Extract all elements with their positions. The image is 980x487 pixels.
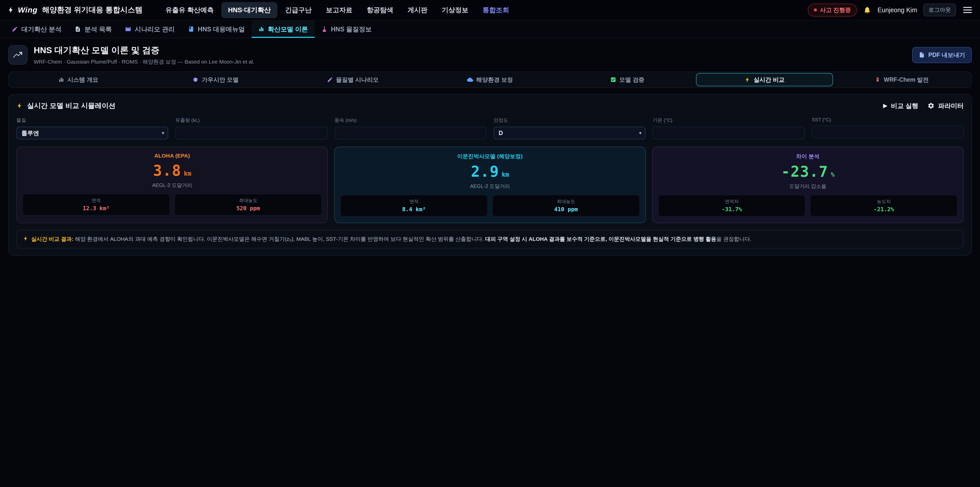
nav-item-integrated-search[interactable]: 통합조회: [476, 2, 516, 18]
air-temp-input[interactable]: [652, 127, 804, 139]
run-comparison-button[interactable]: ▶ 비교 실행: [883, 102, 918, 110]
parameters-button[interactable]: 파라미터: [928, 102, 964, 110]
spill-amount-input[interactable]: [175, 127, 327, 139]
user-name: Eunjeong Kim: [877, 6, 917, 14]
pdf-export-label: PDF 내보내기: [928, 51, 965, 59]
film-icon: [125, 26, 131, 32]
nav-item-aerial-search[interactable]: 항공탐색: [360, 2, 400, 18]
incident-badge-label: 사고 진행중: [820, 6, 851, 14]
brand-lightning-icon: [7, 6, 15, 14]
simulation-panel: 실시간 모델 비교 시뮬레이션 ▶ 비교 실행 파라미터 물질 톨루엔 ▾: [8, 94, 972, 255]
stat-concentration-diff: 농도차 -21.2%: [810, 195, 958, 217]
wind-speed-input[interactable]: [334, 127, 487, 139]
subnav-marine-correction[interactable]: 해양환경 보정: [422, 73, 558, 86]
subnav-gaussian-model[interactable]: 가우시안 모델: [147, 73, 284, 86]
app-root: Wing 해양환경 위기대응 통합시스템 유출유 확산예측 HNS·대기확산 긴…: [0, 0, 980, 255]
card-stats: 면적 12.3 km² 최대농도 520 ppm: [22, 194, 322, 216]
nav-item-weather[interactable]: 기상정보: [435, 2, 475, 18]
flask-icon: [321, 26, 328, 32]
stat-value: -21.2%: [814, 206, 954, 212]
subnav-substance-scenarios[interactable]: 물질별 시나리오: [284, 73, 422, 86]
field-label: 안정도: [493, 117, 646, 124]
book-icon: [188, 26, 194, 32]
incident-status-badge: 사고 진행중: [808, 3, 857, 17]
comparison-cards: ALOHA (EPA) 3.8km AEGL-2 도달거리 면적 12.3 km…: [16, 147, 964, 223]
card-value: 2.9km: [340, 163, 640, 180]
substance-select[interactable]: 톨루엔: [16, 127, 168, 139]
stat-value: 12.3 km²: [26, 205, 166, 211]
pencil-icon: [12, 26, 18, 32]
tab-hns-substance-info[interactable]: HNS 물질정보: [315, 21, 379, 38]
nav-item-board[interactable]: 게시판: [401, 2, 434, 18]
tab-atmospheric-analysis[interactable]: 대기확산 분석: [5, 21, 68, 38]
panel-title: 실시간 모델 비교 시뮬레이션: [27, 101, 116, 110]
incident-dot-icon: [814, 8, 817, 11]
field-stability: 안정도 D ▾: [493, 117, 646, 139]
card-caption: AEGL-2 도달거리: [22, 182, 322, 189]
stat-label: 최대농도: [496, 198, 636, 204]
nav-item-reports[interactable]: 보고자료: [319, 2, 359, 18]
nav-item-hns-atmospheric[interactable]: HNS·대기확산: [221, 2, 277, 18]
pdf-export-button[interactable]: PDF 내보내기: [912, 47, 972, 63]
subnav-model-validation[interactable]: 모델 검증: [558, 73, 696, 86]
tab-scenario-management[interactable]: 시나리오 관리: [118, 21, 181, 38]
logout-button[interactable]: 로그아웃: [923, 3, 956, 16]
topbar-right: 사고 진행중 Eunjeong Kim 로그아웃: [808, 3, 973, 17]
subnav-system-overview[interactable]: 시스템 개요: [10, 73, 147, 86]
field-label: SST (°C): [812, 117, 964, 123]
nav-item-oil-spill[interactable]: 유출유 확산예측: [159, 2, 220, 18]
stat-max-concentration: 최대농도 520 ppm: [175, 194, 322, 216]
card-title: ALOHA (EPA): [22, 153, 322, 159]
panel-header: 실시간 모델 비교 시뮬레이션 ▶ 비교 실행 파라미터: [16, 101, 964, 110]
notification-bell-icon[interactable]: [863, 6, 871, 14]
document-icon: [75, 26, 81, 32]
field-label: 기온 (°C): [652, 117, 804, 124]
pencil-icon: [327, 77, 333, 83]
check-square-icon: [610, 77, 616, 83]
main-nav: 유출유 확산예측 HNS·대기확산 긴급구난 보고자료 항공탐색 게시판 기상정…: [159, 2, 516, 18]
subnav-wrf-chem[interactable]: WRF-Chem 발전: [833, 73, 970, 86]
field-wind-speed: 풍속 (m/s): [334, 117, 487, 139]
stat-label: 면적: [344, 198, 484, 204]
card-value: 3.8km: [22, 162, 322, 179]
lightning-icon: [16, 102, 23, 109]
tab-label: 대기확산 분석: [21, 25, 62, 34]
page-header: HNS 대기확산 모델 이론 및 검증 WRF-Chem · Gaussian …: [0, 38, 980, 70]
subnav-realtime-comparison[interactable]: 실시간 비교: [696, 73, 833, 86]
subnav-label: 시스템 개요: [67, 76, 98, 84]
field-spill-amount: 유출량 (kL): [175, 117, 327, 139]
chart-icon: [258, 26, 264, 32]
tab-label: HNS 물질정보: [331, 25, 372, 34]
stat-label: 면적차: [662, 198, 802, 204]
sst-input[interactable]: [812, 126, 964, 139]
stat-value: 410 ppm: [496, 206, 636, 212]
field-substance: 물질 톨루엔 ▾: [16, 117, 168, 139]
tab-hns-response-manual[interactable]: HNS 대응매뉴얼: [181, 21, 251, 38]
lightning-icon: [745, 77, 751, 83]
parameter-fields: 물질 톨루엔 ▾ 유출량 (kL) 풍속 (m/s) 안정도: [16, 117, 964, 139]
play-icon: ▶: [883, 102, 887, 109]
card-value: -23.7%: [658, 163, 958, 180]
parameters-label: 파라미터: [938, 102, 964, 110]
tab-diffusion-model-theory[interactable]: 확산모델 이론: [251, 21, 315, 38]
subnav-label: 해양환경 보정: [476, 76, 513, 84]
nav-item-emergency-rescue[interactable]: 긴급구난: [278, 2, 318, 18]
field-sst: SST (°C): [812, 117, 964, 139]
note-body: 해양 환경에서 ALOHA의 과대 예측 경향이 확인됩니다. 이문진박사모델은…: [73, 236, 485, 242]
card-caption: 도달거리 감소율: [658, 183, 958, 190]
subnav-label: 가우시안 모델: [202, 76, 239, 84]
field-label: 유출량 (kL): [175, 117, 327, 124]
brand[interactable]: Wing 해양환경 위기대응 통합시스템: [7, 5, 142, 15]
app-title: 해양환경 위기대응 통합시스템: [42, 5, 142, 15]
stat-label: 최대농도: [178, 197, 318, 204]
stat-value: -31.7%: [662, 206, 802, 212]
field-air-temp: 기온 (°C): [652, 117, 804, 139]
card-stats: 면적차 -31.7% 농도차 -21.2%: [658, 195, 958, 217]
subnav-label: 실시간 비교: [754, 76, 784, 84]
tab-label: HNS 대응매뉴얼: [198, 25, 245, 34]
card-caption: AEGL-2 도달거리: [340, 183, 640, 190]
stability-select[interactable]: D: [493, 127, 646, 139]
lightning-icon: [23, 236, 29, 241]
menu-icon[interactable]: [962, 5, 973, 15]
tab-analysis-list[interactable]: 분석 목록: [68, 21, 118, 38]
